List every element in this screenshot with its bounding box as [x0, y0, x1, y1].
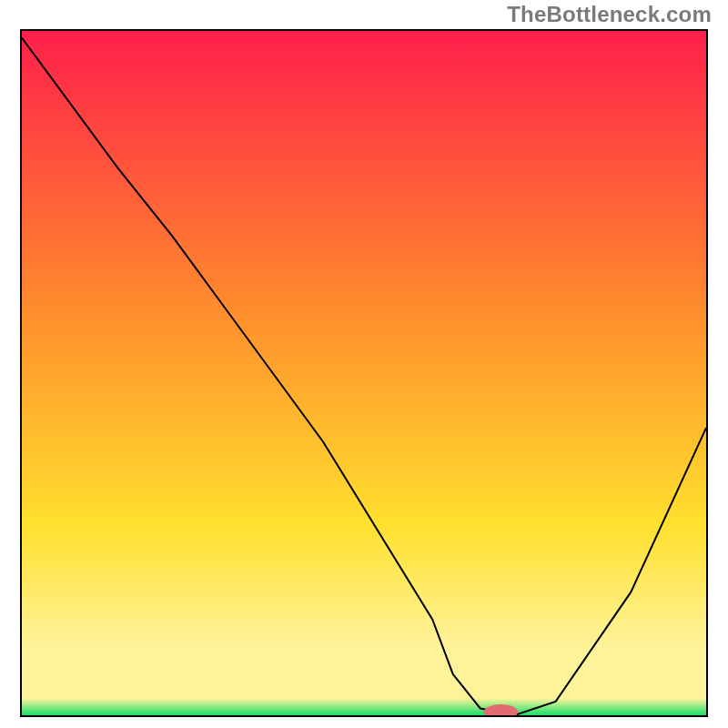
- chart-page: TheBottleneck.com: [0, 0, 728, 728]
- watermark-text: TheBottleneck.com: [507, 2, 712, 27]
- bottleneck-chart: [20, 29, 708, 717]
- chart-svg: [22, 31, 706, 715]
- gradient-background: [22, 31, 706, 715]
